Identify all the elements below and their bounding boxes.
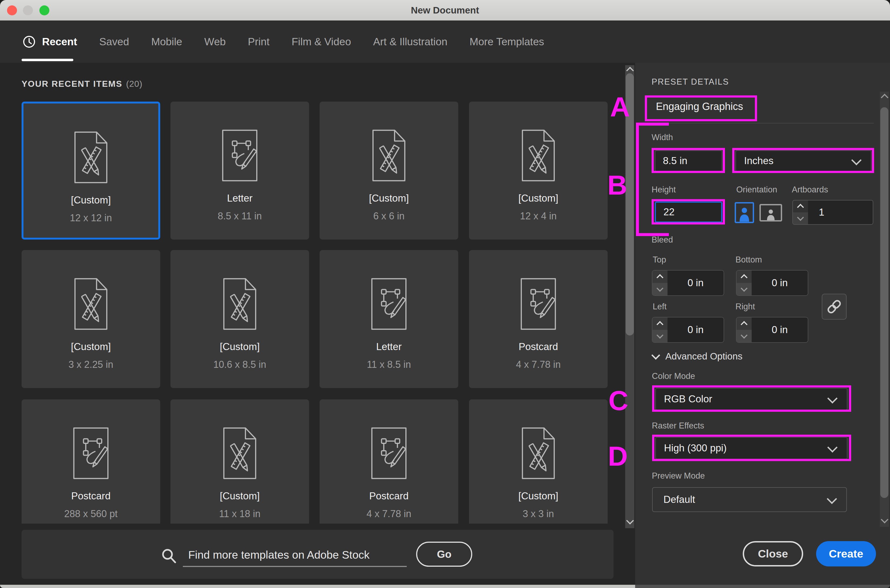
tab-web[interactable]: Web [204,36,226,48]
bleed-label: Bleed [652,235,673,244]
units-dropdown[interactable]: Inches [735,150,871,171]
chevron-down-icon [827,494,837,504]
chevron-down-icon [651,351,660,360]
bleed-left-label: Left [652,302,667,312]
recent-item-card[interactable]: [Custom] 10.6 x 8.5 in [170,250,309,388]
recent-item-size: 6 x 6 in [320,210,458,222]
recent-item-card[interactable]: Postcard 4 x 7.78 in [469,250,607,388]
recent-item-size: 288 x 560 pt [22,508,160,519]
orientation-portrait-button[interactable] [735,202,754,223]
chevron-down-icon [741,332,747,339]
decrement-button[interactable] [737,283,752,296]
recent-item-card[interactable]: [Custom] 3 x 2.25 in [22,250,160,388]
go-button[interactable]: Go [416,542,472,567]
width-input[interactable]: 8.5 in [655,150,722,171]
chevron-down-icon [657,285,663,292]
bleed-top-value[interactable]: 0 in [668,270,724,296]
recent-item-card[interactable]: [Custom] 11 x 18 in [170,399,309,524]
vector-pen-icon [369,277,409,331]
artboards-value[interactable]: 1 [808,201,873,224]
recent-item-card[interactable]: Postcard 288 x 560 pt [22,399,160,524]
preview-mode-dropdown[interactable]: Default [652,487,847,512]
recent-item-name: [Custom] [170,341,309,352]
new-document-dialog: New Document RecentSavedMobileWebPrintFi… [0,0,890,588]
recent-item-size: 11 x 18 in [170,508,309,519]
artboards-increment-button[interactable] [793,201,808,212]
recent-item-card[interactable]: Postcard 4 x 7.78 in [320,399,458,524]
decrement-button[interactable] [652,330,668,342]
recent-item-size: 11 x 8.5 in [320,359,458,370]
bleed-left-stepper[interactable]: 0 in [652,317,724,343]
vector-pen-icon [219,129,260,182]
clock-icon [23,35,36,48]
recent-item-size: 12 x 12 in [24,212,158,224]
decrement-button[interactable] [737,330,752,342]
recent-item-name: [Custom] [22,341,160,352]
bleed-top-stepper[interactable]: 0 in [652,270,724,296]
increment-button[interactable] [737,270,752,283]
chevron-up-icon [657,274,663,281]
grid-scrollbar-thumb[interactable] [626,73,634,336]
bleed-right-stepper[interactable]: 0 in [736,317,808,343]
bleed-bottom-stepper[interactable]: 0 in [736,270,808,296]
tab-art-illustration[interactable]: Art & Illustration [373,36,447,48]
tab-label: Print [248,36,269,48]
recent-item-card[interactable]: Letter 11 x 8.5 in [320,250,458,388]
color-mode-label: Color Mode [652,371,695,381]
tab-saved[interactable]: Saved [99,36,129,48]
close-button[interactable]: Close [743,541,803,567]
search-input[interactable]: Find more templates on Adobe Stock [188,549,370,561]
recent-item-card[interactable]: [Custom] 12 x 4 in [469,102,607,240]
increment-button[interactable] [652,270,668,283]
tab-recent[interactable]: Recent [23,35,77,48]
tab-print[interactable]: Print [248,36,269,48]
custom-doc-icon [71,130,111,184]
document-name-input[interactable]: Engaging Graphics [656,101,743,112]
bleed-right-value[interactable]: 0 in [752,318,808,342]
color-mode-dropdown[interactable]: RGB Color [655,388,847,410]
recent-item-card[interactable]: Letter 8.5 x 11 in [170,102,309,240]
height-input[interactable]: 22 [655,202,722,223]
recent-item-name: [Custom] [320,193,458,204]
tab-label: Saved [99,36,129,48]
width-label: Width [652,133,673,142]
increment-button[interactable] [652,318,668,330]
decrement-button[interactable] [652,283,668,296]
vector-pen-icon [71,426,111,480]
recent-item-name: [Custom] [469,193,607,204]
landscape-person-icon [765,208,776,220]
height-label: Height [652,185,676,195]
window-bottom-edge [635,585,890,588]
create-button[interactable]: Create [816,541,876,567]
window-bottom-edge [0,585,635,588]
recent-item-card[interactable]: [Custom] 12 x 12 in [22,102,160,240]
increment-button[interactable] [737,318,752,330]
artboards-stepper[interactable]: 1 [792,200,873,225]
name-divider [652,123,874,123]
recent-item-card[interactable]: [Custom] 6 x 6 in [320,102,458,240]
recent-item-size: 10.6 x 8.5 in [170,359,309,370]
bleed-bottom-value[interactable]: 0 in [752,270,808,296]
artboards-decrement-button[interactable] [793,212,808,224]
recent-item-card[interactable]: [Custom] 3 x 3 in [469,399,607,524]
orientation-label: Orientation [736,185,777,195]
raster-effects-dropdown[interactable]: High (300 ppi) [655,437,847,459]
tab-film-video[interactable]: Film & Video [292,36,351,48]
link-bleed-values-button[interactable] [822,294,846,320]
chevron-up-icon [657,321,663,328]
vector-pen-icon [369,426,409,480]
tab-mobile[interactable]: Mobile [151,36,182,48]
panel-scrollbar-thumb[interactable] [880,107,888,498]
recent-item-name: [Custom] [170,490,309,502]
chevron-down-icon [827,393,837,404]
tab-label: Recent [42,36,77,48]
tab-label: Mobile [151,36,182,48]
recent-item-size: 8.5 x 11 in [170,210,309,222]
chevron-down-icon [657,332,663,339]
tab-label: Art & Illustration [373,36,447,48]
advanced-options-toggle[interactable]: Advanced Options [652,351,743,362]
orientation-landscape-button[interactable] [759,204,782,222]
bleed-left-value[interactable]: 0 in [668,318,724,342]
tab-more-templates[interactable]: More Templates [469,36,544,48]
tab-label: Film & Video [292,36,351,48]
